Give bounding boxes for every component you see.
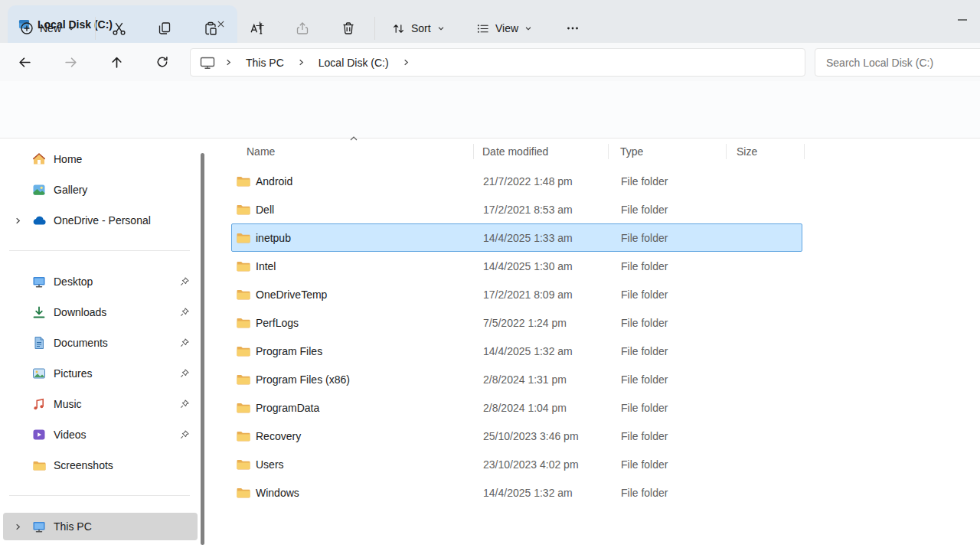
file-row[interactable]: Dell 17/2/2021 8:53 am File folder [231, 195, 802, 223]
command-toolbar [0, 81, 980, 139]
search-input[interactable] [826, 57, 978, 69]
folder-icon [236, 430, 251, 442]
pin-icon [179, 276, 190, 287]
folder-icon [236, 232, 251, 244]
chevron-right-icon[interactable] [294, 58, 309, 67]
refresh-button[interactable] [149, 49, 175, 75]
file-row[interactable]: OneDriveTemp 17/2/2021 8:09 am File fold… [231, 280, 802, 308]
file-row[interactable]: Program Files 14/4/2025 1:32 am File fol… [231, 337, 802, 365]
rename-icon [250, 21, 264, 36]
sidebar-item-label: Gallery [54, 184, 198, 196]
breadcrumb-local-disk[interactable]: Local Disk (C:) [310, 53, 397, 73]
file-name: Windows [256, 487, 299, 499]
file-row[interactable]: ProgramData 2/8/2024 1:04 pm File folder [231, 393, 802, 422]
column-separator[interactable] [726, 144, 727, 159]
copy-icon [158, 21, 172, 35]
file-row[interactable]: Recovery 25/10/2023 3:46 pm File folder [231, 422, 802, 450]
file-type: File folder [621, 487, 668, 499]
column-separator[interactable] [804, 144, 805, 159]
file-date-modified: 14/4/2025 1:33 am [483, 232, 573, 244]
chevron-right-icon[interactable] [14, 217, 26, 225]
file-date-modified: 14/4/2025 1:32 am [483, 345, 573, 357]
file-row-selected[interactable]: inetpub 14/4/2025 1:33 am File folder [231, 223, 802, 252]
sidebar-item-music[interactable]: Music [3, 390, 198, 418]
column-header-name[interactable]: Name [247, 145, 275, 158]
file-name: Recovery [256, 430, 301, 442]
chevron-right-icon[interactable] [399, 58, 413, 67]
chevron-down-icon [67, 24, 75, 32]
file-row[interactable]: Windows 14/4/2025 1:32 am File folder [231, 478, 802, 507]
chevron-right-icon[interactable] [221, 58, 236, 67]
file-date-modified: 21/7/2022 1:48 pm [483, 175, 573, 187]
cut-icon [112, 21, 126, 36]
sidebar-item-videos[interactable]: Videos [3, 421, 198, 448]
sidebar-item-gallery[interactable]: Gallery [3, 176, 198, 204]
sidebar-item-label: Pictures [54, 367, 179, 380]
sidebar-item-label: Music [54, 398, 179, 410]
file-date-modified: 2/8/2024 1:31 pm [483, 373, 567, 386]
file-name: Program Files [256, 345, 322, 357]
column-header-size[interactable]: Size [737, 145, 757, 158]
search-box[interactable] [815, 48, 980, 77]
view-button[interactable]: View [469, 13, 540, 44]
plus-circle-icon [20, 21, 34, 35]
pin-icon [179, 337, 190, 348]
onedrive-icon [31, 215, 47, 226]
copy-button[interactable] [149, 13, 180, 44]
up-button[interactable] [103, 49, 129, 75]
sidebar-item-pictures[interactable]: Pictures [3, 360, 198, 387]
music-icon [31, 397, 47, 411]
more-options-button[interactable] [557, 13, 588, 44]
file-row[interactable]: Android 21/7/2022 1:48 pm File folder [231, 167, 802, 195]
paste-button[interactable] [195, 13, 226, 44]
file-name: inetpub [256, 232, 291, 244]
folder-icon [236, 402, 251, 414]
file-type: File folder [621, 402, 668, 414]
pin-icon [179, 368, 190, 379]
sidebar-item-label: Desktop [54, 276, 179, 288]
chevron-right-icon[interactable] [14, 523, 26, 531]
file-type: File folder [621, 260, 668, 272]
file-row[interactable]: Users 23/10/2023 4:02 pm File folder [231, 450, 802, 478]
column-header-type[interactable]: Type [620, 145, 643, 158]
new-button[interactable]: New [12, 13, 83, 44]
sidebar-item-screenshots[interactable]: Screenshots [3, 452, 198, 479]
sidebar-item-downloads[interactable]: Downloads [3, 298, 198, 326]
sidebar-item-this-pc[interactable]: This PC [3, 513, 198, 540]
file-row[interactable]: PerfLogs 7/5/2022 1:24 pm File folder [231, 308, 802, 337]
file-type: File folder [621, 175, 668, 187]
rename-button[interactable] [241, 13, 272, 44]
column-header-date-modified[interactable]: Date modified [482, 145, 548, 158]
forward-button[interactable] [57, 49, 83, 75]
column-separator[interactable] [473, 144, 474, 159]
column-separator[interactable] [608, 144, 609, 159]
sort-button[interactable]: Sort [384, 13, 452, 44]
file-row[interactable]: Intel 14/4/2025 1:30 am File folder [231, 252, 802, 280]
sidebar-item-onedrive[interactable]: OneDrive - Personal [3, 207, 198, 234]
delete-button[interactable] [333, 13, 364, 44]
back-arrow-icon [18, 55, 32, 70]
breadcrumb-this-pc[interactable]: This PC [237, 53, 292, 73]
sort-icon [392, 22, 405, 35]
sidebar-scrollbar[interactable] [201, 153, 204, 545]
folder-icon [236, 487, 251, 499]
address-bar[interactable]: This PC Local Disk (C:) [190, 48, 805, 77]
sidebar-item-desktop[interactable]: Desktop [3, 268, 198, 295]
sidebar-item-documents[interactable]: Documents [3, 329, 198, 357]
sidebar-item-label: Documents [54, 337, 179, 349]
cut-button[interactable] [103, 13, 134, 44]
file-row[interactable]: Program Files (x86) 2/8/2024 1:31 pm Fil… [231, 365, 802, 393]
forward-arrow-icon [64, 55, 78, 70]
minimize-button[interactable] [945, 5, 980, 35]
this-pc-icon [197, 56, 220, 70]
desktop-icon [31, 275, 47, 289]
file-name: Program Files (x86) [256, 373, 350, 386]
downloads-icon [31, 305, 47, 319]
refresh-icon [155, 55, 169, 69]
file-date-modified: 14/4/2025 1:32 am [483, 487, 573, 499]
back-button[interactable] [11, 49, 38, 75]
share-button[interactable] [287, 13, 318, 44]
folder-icon [236, 175, 251, 187]
view-button-label: View [495, 22, 518, 34]
folder-icon [31, 460, 47, 471]
